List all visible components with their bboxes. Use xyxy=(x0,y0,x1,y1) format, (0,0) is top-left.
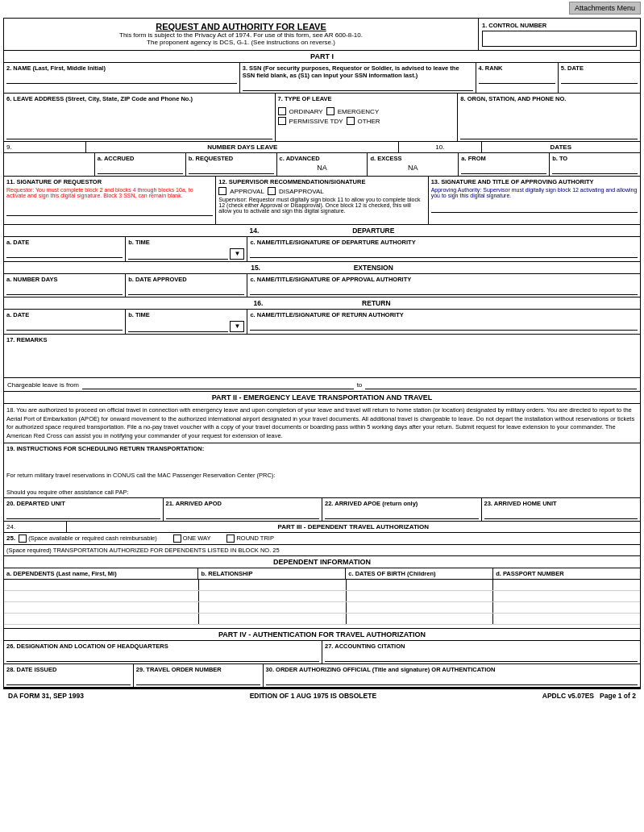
one-way-checkbox[interactable] xyxy=(173,535,181,543)
field28-input[interactable] xyxy=(6,674,131,685)
from-label: a. FROM xyxy=(461,155,546,162)
dep2-passport[interactable] xyxy=(493,591,640,601)
date-input[interactable] xyxy=(561,73,638,84)
remarks-label: 17. REMARKS xyxy=(4,335,640,345)
dep3-dob[interactable] xyxy=(347,602,494,613)
arrived-home-label: 23. ARRIVED HOME UNIT xyxy=(484,500,638,507)
sig-approving-input[interactable] xyxy=(431,202,638,213)
dep2-name[interactable] xyxy=(4,591,199,601)
dep4-name[interactable] xyxy=(4,614,199,624)
dep3-name[interactable] xyxy=(4,602,199,613)
ret-auth-input[interactable] xyxy=(250,319,638,331)
ret-date-input[interactable] xyxy=(6,319,123,331)
conus-input[interactable] xyxy=(6,479,638,485)
cell-orgn: 8. ORGN, STATION, AND PHONE NO. xyxy=(458,94,640,141)
cell-ssn: 3. SSN (For security purposes, Requestor… xyxy=(240,63,476,93)
rank-input[interactable] xyxy=(479,73,555,84)
disapproval-checkbox[interactable] xyxy=(268,187,276,195)
dep2-rel[interactable] xyxy=(199,591,347,601)
cell-part3-label: PART III - DEPENDENT TRAVEL AUTHORIZATIO… xyxy=(67,522,640,532)
arrived-home-input[interactable] xyxy=(484,508,638,519)
chargeable-row: Chargeable leave is from to xyxy=(4,378,640,392)
ret-time-dropdown[interactable]: ▼ xyxy=(230,321,244,332)
row-signatures: 11. SIGNATURE OF REQUESTOR Requestor: Yo… xyxy=(4,177,640,225)
cell-arrived-apoe: 22. ARRIVED APOE (return only) xyxy=(322,498,482,521)
field30-input[interactable] xyxy=(266,674,638,685)
dep3-passport[interactable] xyxy=(493,602,640,613)
cell-excess: d. EXCESS NA xyxy=(368,153,459,176)
field27-input[interactable] xyxy=(325,651,638,662)
accrued-label: a. ACCRUED xyxy=(98,155,183,162)
chargeable-from-input[interactable] xyxy=(82,380,354,389)
dep1-dob[interactable] xyxy=(347,580,494,590)
dep1-name[interactable] xyxy=(4,580,199,590)
arrived-apoe-label: 22. ARRIVED APOE (return only) xyxy=(325,500,479,507)
cell-dep-time: b. TIME ▼ xyxy=(126,237,247,261)
cell-ext-date: b. DATE APPROVED xyxy=(126,274,247,297)
ext-auth-input[interactable] xyxy=(250,284,638,295)
orgn-input[interactable] xyxy=(460,103,638,139)
requested-input[interactable] xyxy=(189,163,274,174)
part4-label: PART IV - AUTHENTICATION FOR TRAVEL AUTH… xyxy=(4,628,640,641)
cell-ret-time: b. TIME ▼ xyxy=(126,310,247,334)
approval-checkbox[interactable] xyxy=(218,187,226,195)
cell-field27: 27. ACCOUNTING CITATION xyxy=(322,641,640,664)
departed-unit-input[interactable] xyxy=(6,508,160,519)
ordinary-checkbox[interactable] xyxy=(278,107,286,115)
dep-row-2 xyxy=(4,591,640,602)
ordinary-label: ORDINARY xyxy=(289,108,323,115)
field14-label: 14. xyxy=(250,227,260,235)
address-input[interactable] xyxy=(6,103,272,139)
field19-input[interactable] xyxy=(6,452,638,468)
remarks-input[interactable] xyxy=(4,345,640,377)
accrued-input[interactable] xyxy=(98,163,183,174)
dep1-rel[interactable] xyxy=(199,580,347,590)
number-days-leave: NUMBER DAYS LEAVE xyxy=(207,144,277,151)
field26-label: 26. DESIGNATION AND LOCATION OF HEADQUAR… xyxy=(6,643,319,650)
control-number-label: 1. CONTROL NUMBER xyxy=(482,22,546,29)
row-days-dates-header: 9. NUMBER DAYS LEAVE 10. DATES xyxy=(4,142,640,153)
other-checkbox[interactable] xyxy=(347,117,355,125)
emergency-checkbox[interactable] xyxy=(326,107,334,115)
permissive-checkbox[interactable] xyxy=(278,117,286,125)
address-label: 6. LEAVE ADDRESS (Street, City, State, Z… xyxy=(6,95,272,102)
dep2-dob[interactable] xyxy=(347,591,494,601)
field16-label: 16. xyxy=(253,299,263,307)
ssn-input[interactable] xyxy=(243,80,473,91)
control-number-input[interactable] xyxy=(482,31,637,47)
ext-auth-label: c. NAME/TITLE/SIGNATURE OF APPROVAL AUTH… xyxy=(250,276,638,283)
ext-days-input[interactable] xyxy=(6,284,123,295)
ret-auth-label: c. NAME/TITLE/SIGNATURE OF RETURN AUTHOR… xyxy=(250,311,638,318)
from-input[interactable] xyxy=(461,163,546,174)
return-section-header: 16. RETURN xyxy=(4,297,640,310)
round-trip-checkbox[interactable] xyxy=(226,535,235,543)
field26-input[interactable] xyxy=(6,651,319,662)
dep-time-dropdown[interactable]: ▼ xyxy=(230,248,244,260)
cell-ext-authority: c. NAME/TITLE/SIGNATURE OF APPROVAL AUTH… xyxy=(247,274,640,297)
dep3-rel[interactable] xyxy=(199,602,347,613)
dep-date-input[interactable] xyxy=(6,247,123,258)
dep1-passport[interactable] xyxy=(493,580,640,590)
attachments-menu-button[interactable]: Attachments Menu xyxy=(569,2,641,15)
dep-a-label: a. DEPENDENTS (Last name, First, Mi) xyxy=(4,568,198,579)
field29-input[interactable] xyxy=(136,674,260,685)
to-input[interactable] xyxy=(552,163,638,174)
cell-field9: 9. xyxy=(4,142,86,152)
dep4-dob[interactable] xyxy=(347,614,494,624)
field28-label: 28. DATE ISSUED xyxy=(6,666,131,673)
name-input[interactable] xyxy=(6,73,237,84)
arrived-apoe-input[interactable] xyxy=(325,508,479,519)
field24-label: 24. xyxy=(6,523,15,530)
chargeable-text: Chargeable leave is from xyxy=(7,381,79,389)
arrived-apod-input[interactable] xyxy=(166,508,320,519)
dep-date-label: a. DATE xyxy=(6,239,123,246)
chargeable-to-input[interactable] xyxy=(365,380,637,389)
dep4-rel[interactable] xyxy=(199,614,347,624)
ext-date-input[interactable] xyxy=(128,284,244,295)
dep-time-input[interactable] xyxy=(128,248,228,260)
dep-auth-input[interactable] xyxy=(250,247,638,258)
ret-time-input[interactable] xyxy=(128,321,228,332)
sig-requestor-input[interactable] xyxy=(6,205,213,216)
dep4-passport[interactable] xyxy=(493,614,640,624)
space-avail-checkbox[interactable] xyxy=(19,535,27,543)
